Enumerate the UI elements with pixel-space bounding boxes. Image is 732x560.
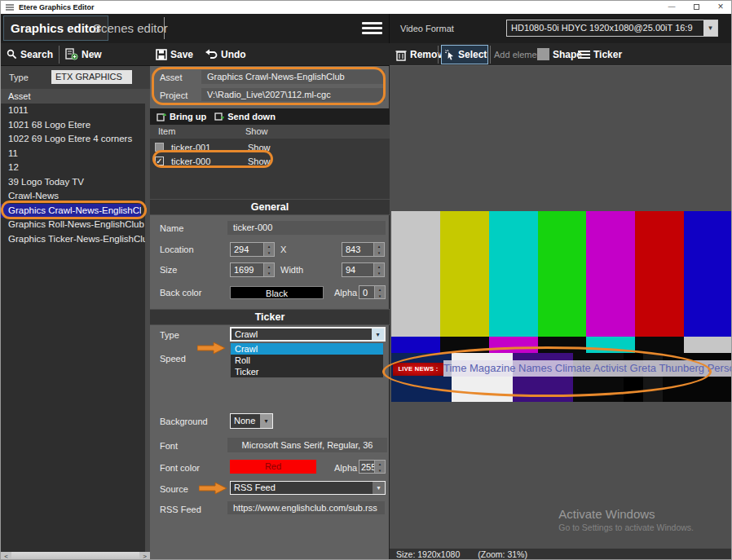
list-item[interactable]: Graphics Roll-News-EnglishClub bbox=[1, 218, 145, 232]
spin-down-icon[interactable]: ▾ bbox=[375, 293, 385, 299]
list-item[interactable]: 11 bbox=[1, 147, 145, 161]
ticker-type-label: Type bbox=[160, 330, 179, 340]
source-select[interactable]: RSS Feed ▾ bbox=[230, 481, 386, 495]
x-value[interactable]: 843 bbox=[342, 243, 373, 256]
list-item[interactable]: 12 bbox=[1, 161, 145, 175]
project-field[interactable]: V:\Radio_Live\2027\112.ml-cgc bbox=[201, 88, 385, 101]
width-stepper[interactable]: 94 ▴▾ bbox=[342, 262, 385, 277]
spin-down-icon[interactable]: ▾ bbox=[264, 249, 274, 256]
dropdown-option-ticker[interactable]: Ticker bbox=[231, 366, 383, 377]
font-alpha-stepper[interactable]: 255 ▴▾ bbox=[359, 460, 386, 474]
trash-icon[interactable] bbox=[395, 49, 407, 61]
source-label: Source bbox=[160, 484, 188, 494]
layer-row-ticker-001[interactable]: ticker-001 Show bbox=[150, 141, 390, 154]
dropdown-option-roll[interactable]: Roll bbox=[231, 355, 383, 366]
font-color-name: Red bbox=[265, 461, 281, 471]
location-x-stepper[interactable]: 843 ▴▾ bbox=[342, 242, 385, 257]
font-field[interactable]: Microsoft Sans Serif, Regular, 36 bbox=[227, 438, 387, 452]
spin-up-icon[interactable]: ▴ bbox=[374, 243, 384, 249]
list-item[interactable]: 39 Logo Today TV bbox=[1, 175, 145, 190]
send-down-button[interactable]: Send down bbox=[214, 112, 276, 121]
scrollbar-track[interactable] bbox=[11, 552, 139, 560]
restore-icon[interactable] bbox=[684, 1, 708, 14]
location-y-stepper[interactable]: 294 ▴▾ bbox=[230, 242, 275, 257]
video-format-select[interactable]: HD1080-50i HDYC 1920x1080@25.00iT 16:9 ▾ bbox=[506, 20, 718, 37]
location-value[interactable]: 294 bbox=[231, 243, 263, 256]
save-button[interactable]: Save bbox=[150, 43, 199, 66]
list-item[interactable]: 1021 68 Logo Etere bbox=[1, 118, 145, 133]
shape-icon[interactable] bbox=[537, 48, 549, 60]
rss-feed-field[interactable]: https://www.englishclub.com/sub.rss bbox=[227, 501, 385, 514]
stepper-arrows[interactable]: ▴▾ bbox=[263, 243, 274, 256]
spin-down-icon[interactable]: ▾ bbox=[374, 270, 384, 276]
size-stepper[interactable]: 1699 ▴▾ bbox=[230, 262, 275, 277]
layer-name: ticker-000 bbox=[171, 155, 210, 168]
list-item-selected[interactable]: Graphics Crawl-News-EnglishClub bbox=[1, 204, 141, 218]
chevron-down-icon[interactable]: ▾ bbox=[260, 414, 272, 428]
horizontal-scrollbar[interactable]: < > bbox=[1, 552, 150, 560]
menu-icon[interactable] bbox=[362, 22, 382, 35]
location-label: Location bbox=[160, 245, 194, 254]
chevron-down-icon[interactable]: ▾ bbox=[373, 482, 385, 494]
asset-field[interactable]: Graphics Crawl-News-EnglishClub bbox=[201, 70, 385, 84]
ticker-lines-icon[interactable] bbox=[578, 51, 590, 60]
spin-up-icon[interactable]: ▴ bbox=[264, 263, 274, 270]
column-show: Show bbox=[245, 125, 268, 139]
scroll-left-icon[interactable]: < bbox=[1, 552, 11, 560]
scroll-right-icon[interactable]: > bbox=[139, 552, 150, 560]
stepper-arrows[interactable]: ▴▾ bbox=[374, 286, 385, 298]
stepper-arrows[interactable]: ▴▾ bbox=[263, 263, 274, 276]
undo-button[interactable]: Undo bbox=[199, 43, 252, 66]
list-item[interactable]: 1011 bbox=[1, 104, 145, 118]
back-color-swatch[interactable]: Black bbox=[230, 286, 324, 299]
chevron-down-icon[interactable]: ▾ bbox=[372, 329, 384, 340]
layer-row-ticker-000[interactable]: ✓ ticker-000 Show bbox=[150, 155, 390, 168]
layer-show[interactable]: Show bbox=[248, 155, 271, 168]
spin-down-icon[interactable]: ▾ bbox=[374, 249, 384, 256]
alpha-stepper[interactable]: 0 ▴▾ bbox=[359, 285, 386, 299]
list-item[interactable]: 1022 69 Logo Etere 4 corners bbox=[1, 132, 145, 147]
alpha-label: Alpha bbox=[334, 288, 357, 298]
tab-scenes-editor[interactable]: Scenes editor bbox=[88, 15, 173, 41]
type-input[interactable]: ETX GRAPHICS bbox=[51, 70, 132, 84]
font-color-swatch[interactable]: Red bbox=[230, 460, 316, 474]
search-button[interactable]: Search bbox=[1, 43, 59, 66]
spin-up-icon[interactable]: ▴ bbox=[374, 263, 384, 270]
stepper-arrows[interactable]: ▴▾ bbox=[374, 461, 385, 473]
select-button[interactable]: Select bbox=[441, 45, 488, 64]
watermark-line2: Go to Settings to activate Windows. bbox=[558, 523, 694, 532]
spin-down-icon[interactable]: ▾ bbox=[264, 270, 274, 276]
spin-up-icon[interactable]: ▴ bbox=[264, 243, 274, 249]
bring-up-button[interactable]: Bring up bbox=[157, 112, 206, 121]
width-value[interactable]: 94 bbox=[342, 263, 373, 276]
spin-up-icon[interactable]: ▴ bbox=[375, 461, 385, 467]
stepper-arrows[interactable]: ▴▾ bbox=[373, 243, 384, 256]
layer-show[interactable]: Show bbox=[248, 141, 271, 154]
background-select[interactable]: None ▾ bbox=[230, 413, 273, 429]
video-test-pattern: Time Magazine Names Climate Activist Gre… bbox=[391, 211, 732, 402]
ticker-overlay[interactable]: Time Magazine Names Climate Activist Gre… bbox=[443, 360, 732, 377]
chevron-down-icon[interactable]: ▾ bbox=[703, 20, 717, 36]
spin-up-icon[interactable]: ▴ bbox=[375, 286, 385, 293]
list-item[interactable]: Crawl-News bbox=[1, 189, 145, 204]
font-alpha-value[interactable]: 255 bbox=[359, 461, 374, 473]
alpha-value[interactable]: 0 bbox=[359, 286, 374, 298]
checkbox-checked[interactable]: ✓ bbox=[155, 157, 164, 165]
size-value[interactable]: 1699 bbox=[231, 263, 263, 276]
name-field[interactable]: ticker-000 bbox=[227, 221, 386, 235]
x-label: X bbox=[280, 245, 286, 254]
stepper-arrows[interactable]: ▴▾ bbox=[373, 263, 384, 276]
list-item[interactable]: Graphics Ticker-News-EnglishClub bbox=[1, 232, 145, 247]
preview-canvas[interactable]: Time Magazine Names Climate Activist Gre… bbox=[390, 66, 732, 549]
close-icon[interactable]: × bbox=[708, 1, 732, 14]
checkbox-unchecked[interactable] bbox=[155, 143, 164, 152]
annotation-arrow-crawl bbox=[197, 342, 227, 355]
add-ticker-button[interactable]: Ticker bbox=[593, 43, 622, 66]
save-label: Save bbox=[170, 49, 193, 60]
window-title: Etere Graphics Editor bbox=[19, 3, 95, 11]
new-button[interactable]: New bbox=[60, 43, 108, 66]
ticker-type-select[interactable]: Crawl ▾ bbox=[230, 327, 386, 342]
minimize-icon[interactable]: — bbox=[659, 1, 684, 14]
spin-down-icon[interactable]: ▾ bbox=[375, 467, 385, 474]
dropdown-option-crawl[interactable]: Crawl bbox=[231, 343, 383, 355]
